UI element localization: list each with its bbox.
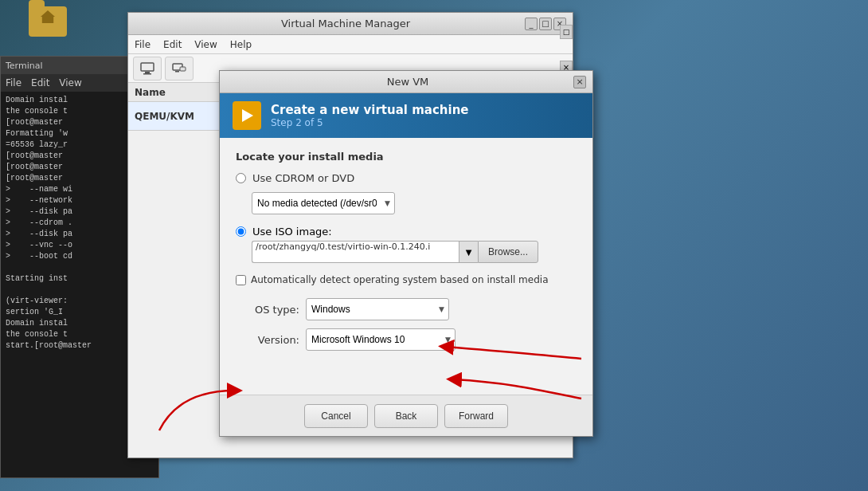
newvm-body: Locate your install media Use CDROM or D… (220, 138, 592, 371)
cdrom-radio[interactable] (236, 173, 246, 183)
home-icon (41, 10, 55, 23)
svg-rect-4 (180, 67, 186, 71)
step-text: Create a new virtual machine Step 2 of 5 (271, 103, 469, 128)
step-subtitle: Step 2 of 5 (271, 117, 469, 128)
version-select-wrap: Microsoft Windows 10Microsoft Windows 7M… (306, 328, 456, 351)
vmm-minimize-btn[interactable]: _ (525, 18, 538, 30)
vmm-menubar: File Edit View Help (128, 35, 573, 54)
monitor-small-icon (172, 63, 186, 74)
step-header: Create a new virtual machine Step 2 of 5 (220, 93, 592, 138)
monitor-large-icon-btn[interactable] (133, 57, 162, 81)
vmm-resize-btn[interactable]: □ (560, 25, 573, 39)
svg-marker-6 (242, 109, 253, 122)
vmm-menu-view[interactable]: View (194, 39, 217, 50)
vmm-menu-edit[interactable]: Edit (163, 39, 182, 50)
os-type-label: OS type: (236, 304, 299, 316)
auto-detect-checkbox[interactable] (236, 275, 246, 285)
os-type-select[interactable]: WindowsLinuxOther (306, 298, 449, 320)
desktop-folder (24, 6, 72, 50)
cdrom-radio-row: Use CDROM or DVD (236, 172, 577, 184)
vmm-maximize-btn[interactable]: □ (539, 18, 552, 30)
iso-path-display: /root/zhangyq/0.test/virtio-win-0.1.240.… (252, 241, 459, 263)
os-type-row: OS type: WindowsLinuxOther (236, 298, 577, 320)
svg-rect-2 (143, 73, 151, 75)
vmm-menu-file[interactable]: File (135, 39, 151, 50)
iso-radio-row: Use ISO image: (236, 226, 577, 238)
newvm-title: New VM (242, 76, 573, 88)
dialog-footer: Cancel Back Forward (220, 395, 592, 436)
version-row: Version: Microsoft Windows 10Microsoft W… (236, 328, 577, 351)
terminal-menu-edit[interactable]: Edit (31, 77, 49, 88)
vmm-title: Virtual Machine Manager (166, 18, 525, 29)
folder-icon (29, 6, 67, 37)
step-icon (233, 101, 261, 130)
iso-input-wrap: /root/zhangyq/0.test/virtio-win-0.1.240.… (252, 241, 577, 263)
terminal-title: Terminal (6, 61, 43, 71)
auto-detect-label: Automatically detect operating system ba… (251, 274, 549, 285)
forward-button[interactable]: Forward (444, 404, 508, 428)
newvm-titlebar: New VM × (220, 71, 592, 93)
back-button[interactable]: Back (374, 404, 438, 428)
svg-rect-1 (145, 72, 150, 73)
vmm-menu-help[interactable]: Help (230, 39, 252, 50)
version-select[interactable]: Microsoft Windows 10Microsoft Windows 7M… (306, 328, 456, 351)
version-label: Version: (236, 334, 299, 346)
iso-dropdown-btn[interactable]: ▼ (459, 241, 478, 263)
locate-label: Locate your install media (236, 151, 577, 163)
monitor-large-icon (139, 62, 155, 75)
vmm-titlebar: Virtual Machine Manager _ □ × (128, 13, 573, 35)
no-media-select-dropdown: No media detected (/dev/sr0) (252, 192, 395, 214)
browse-button[interactable]: Browse... (478, 241, 538, 263)
svg-rect-5 (175, 71, 179, 73)
cdrom-label: Use CDROM or DVD (252, 172, 354, 184)
no-media-select-wrap: No media detected (/dev/sr0) (252, 192, 577, 214)
newvm-dialog: New VM × Create a new virtual machine St… (219, 70, 593, 437)
no-media-select[interactable]: No media detected (/dev/sr0) (252, 192, 395, 214)
svg-rect-0 (141, 63, 154, 71)
play-icon (239, 108, 255, 124)
newvm-close-btn[interactable]: × (573, 76, 586, 88)
cancel-button[interactable]: Cancel (304, 404, 368, 428)
iso-label: Use ISO image: (252, 226, 332, 238)
iso-radio[interactable] (236, 226, 246, 237)
step-title: Create a new virtual machine (271, 103, 469, 117)
terminal-menu-file[interactable]: File (6, 77, 22, 88)
monitor-small-icon-btn[interactable] (165, 57, 194, 81)
auto-detect-row: Automatically detect operating system ba… (236, 274, 577, 285)
desktop: Terminal File Edit View Domain instal th… (0, 0, 868, 491)
os-type-select-wrap: WindowsLinuxOther (306, 298, 449, 320)
terminal-menu-view[interactable]: View (59, 77, 81, 88)
